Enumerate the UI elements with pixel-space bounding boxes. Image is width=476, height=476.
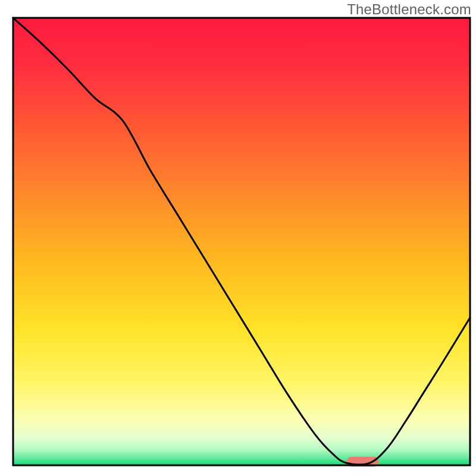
- watermark-text: TheBottleneck.com: [347, 1, 471, 18]
- bottleneck-chart: [0, 0, 476, 476]
- chart-stage: TheBottleneck.com: [0, 0, 476, 476]
